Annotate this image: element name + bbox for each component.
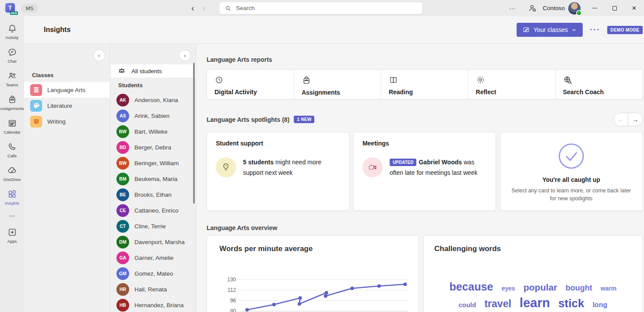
insights-more-button[interactable]: ··· [590,25,600,35]
challenging-words-card[interactable]: Challenging words becauseeyespopularboug… [423,235,643,312]
bell-icon [7,24,17,34]
challenging-word: popular [524,282,557,293]
spotlight-meetings-card[interactable]: Meetings UPDATEDGabriel Woods was often … [353,132,496,211]
rail-more-button[interactable] [0,210,24,223]
collapse-classes-button[interactable]: ‹ [93,50,105,61]
classes-panel: ‹ Classes Language ArtsLiteratureWriting [24,44,110,312]
report-card-reflect[interactable]: Reflect [468,70,555,99]
people-group-icon [117,67,126,75]
your-classes-button[interactable]: Your classes [517,23,583,37]
spotlights-paginator: ← → [614,113,643,126]
student-item[interactable]: GMGomez, Mateo [110,266,196,281]
rail-item-assignments[interactable]: Assignments [0,92,24,114]
report-card-reading[interactable]: Reading [381,70,468,99]
search-icon [225,5,232,12]
student-item[interactable]: BEBrooks, Ethan [110,187,196,202]
class-item-language-arts[interactable]: Language Arts [24,82,110,98]
rail-item-onedrive[interactable]: OneDrive [0,163,24,185]
workspace-badge[interactable]: MS [21,4,38,13]
student-avatar: HB [116,299,129,312]
spotlight-student-support-card[interactable]: Student support 5 students might need mo… [207,132,349,211]
minimize-button[interactable] [585,0,605,16]
all-students-item[interactable]: All students [110,64,196,78]
clock-icon [215,79,224,86]
globe-icon [563,79,572,86]
students-scrollbar[interactable] [193,63,195,204]
student-avatar: CE [116,204,129,217]
classes-heading: Classes [24,67,110,82]
org-name: Contoso [543,5,568,11]
video-camera-icon [362,157,383,177]
student-item[interactable]: BDBerger, Debra [110,139,196,155]
student-avatar: BE [116,188,129,201]
search-input[interactable]: Search [219,2,423,14]
spotlights-prev-button[interactable]: ← [614,113,628,126]
student-item[interactable]: ASArink, Sabien [110,108,196,124]
student-item[interactable]: BMBeukema, Maria [110,171,196,187]
report-card-search-coach[interactable]: Search Coach [555,70,642,99]
titlebar-more-button[interactable]: ··· [503,4,522,12]
wpm-line-chart: 1301129680 [219,272,413,312]
spotlights-next-button[interactable]: → [628,113,642,126]
dots-icon [8,212,16,221]
report-card-digital-activity[interactable]: Digital Activity [207,70,294,99]
student-avatar: BM [116,173,129,185]
challenging-word: because [449,280,493,293]
challenging-word: learn [520,296,550,310]
main-content: Language Arts reports Digital ActivityAs… [196,44,644,312]
notifications-person-icon[interactable] [522,4,543,13]
rail-item-calendar[interactable]: Calendar [0,115,24,138]
search-placeholder: Search [236,5,255,11]
student-item[interactable]: CECattaneo, Enrico [110,202,196,218]
teams-logo-icon: T NEW [5,3,17,14]
calendar-icon [7,118,17,129]
student-item[interactable]: GAGarner, Amelie [110,250,196,266]
svg-text:96: 96 [230,298,236,304]
collapse-students-button[interactable]: ‹ [179,50,191,61]
back-button[interactable]: ‹ [191,3,194,13]
student-item[interactable]: HRHall, Renata [110,281,196,297]
left-rail: ActivityChatTeamsAssignmentsCalendarCall… [0,16,24,312]
svg-text:112: 112 [228,287,236,293]
apps-icon [7,227,17,238]
rail-item-insights[interactable]: Insights [0,186,24,209]
spotlight-caught-up-card: You're all caught up Select any card to … [500,132,643,211]
student-avatar: DM [116,236,129,248]
student-item[interactable]: HBHernandez, Briana [110,297,196,312]
student-avatar: GM [116,267,129,280]
check-circle-icon [557,142,585,170]
student-item[interactable]: AKAnderson, Kiana [110,92,196,108]
student-item[interactable]: DMDavenport, Marsha [110,234,196,250]
class-item-writing[interactable]: Writing [24,113,110,129]
rail-item-apps[interactable]: Apps [0,224,24,247]
rail-item-chat[interactable]: Chat [0,44,24,67]
challenging-word: eyes [502,285,515,292]
challenging-words-title: Challenging words [434,245,632,253]
rail-item-calls[interactable]: Calls [0,139,24,161]
close-button[interactable]: ✕ [624,0,644,16]
profile-avatar[interactable]: ✓ [568,2,581,14]
svg-text:80: 80 [230,308,236,312]
challenging-word: warm [601,285,617,292]
maximize-button[interactable] [605,0,624,16]
reports-heading: Language Arts reports [207,56,643,63]
wpm-title: Words per minute average [219,245,412,253]
teams-new-badge: NEW [10,11,18,15]
students-panel: ‹ All students Students AKAnderson, Kian… [110,44,196,312]
rail-item-activity[interactable]: Activity [0,21,24,43]
forward-button[interactable]: › [202,3,205,13]
rail-item-teams[interactable]: Teams [0,68,24,90]
wpm-card[interactable]: Words per minute average 1301129680 [207,235,419,312]
titlebar: T NEW MS ‹ › Search ··· Contoso ✓ ✕ [0,0,644,16]
phone-icon [7,142,17,152]
student-avatar: AS [116,110,129,122]
report-card-assignments[interactable]: Assignments [294,70,381,99]
student-item[interactable]: BWBeringer, William [110,155,196,171]
class-item-literature[interactable]: Literature [24,98,110,113]
class-icon [30,116,42,128]
insights-icon [7,189,17,200]
student-item[interactable]: BWBart, Willeke [110,124,196,139]
backpack-icon [7,95,17,105]
student-item[interactable]: CTCline, Terrie [110,218,196,234]
spotlights-new-badge: 1 NEW [294,116,314,123]
